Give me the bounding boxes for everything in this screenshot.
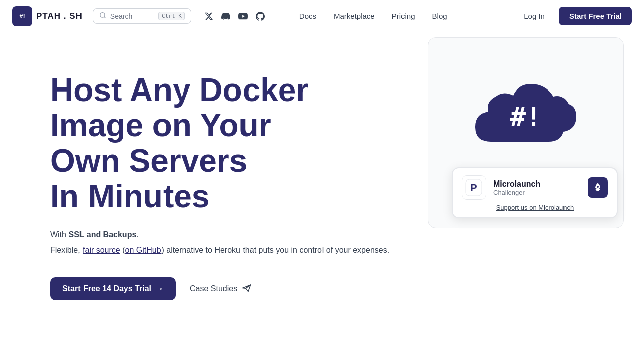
hero-right: #! PTAH . SH self-hosted made easy P Mic… [428, 37, 624, 228]
nav-link-docs[interactable]: Docs [292, 9, 324, 23]
navbar: #! PTAH . SH Search Ctrl K [0, 0, 644, 32]
logo-link[interactable]: #! PTAH . SH [12, 6, 83, 26]
microlaunch-support-link[interactable]: Support us on Microlaunch [462, 204, 608, 211]
twitter-icon[interactable] [203, 11, 214, 22]
start-free-trial-button[interactable]: Start Free 14 Days Trial → [50, 277, 176, 300]
hero-left: Host Any Docker Image on Your Own Server… [50, 62, 403, 300]
hero-buttons: Start Free 14 Days Trial → Case Studies [50, 277, 403, 300]
nav-right: Log In Start Free Trial [518, 7, 632, 25]
microlaunch-rocket-icon [588, 177, 608, 198]
nav-link-blog[interactable]: Blog [425, 9, 454, 23]
microlaunch-subtitle: Challenger [493, 189, 581, 196]
login-button[interactable]: Log In [518, 9, 551, 23]
cloud-logo: #! [470, 71, 581, 162]
hero-subtext-1: With SSL and Backups. [50, 228, 403, 241]
svg-text:#!: #! [510, 102, 542, 132]
nav-link-pricing[interactable]: Pricing [385, 9, 422, 23]
case-studies-link[interactable]: Case Studies [190, 283, 252, 295]
main-content: Host Any Docker Image on Your Own Server… [0, 32, 644, 362]
svg-point-6 [597, 186, 599, 188]
discord-icon[interactable] [220, 11, 231, 22]
microlaunch-title: Microlaunch [493, 179, 581, 189]
arrow-icon: → [155, 284, 164, 293]
svg-rect-5 [596, 188, 599, 191]
nav-link-marketplace[interactable]: Marketplace [327, 9, 382, 23]
fair-source-link[interactable]: fair source [83, 246, 120, 254]
search-shortcut: Ctrl K [158, 12, 185, 20]
search-placeholder: Search [110, 12, 154, 20]
github-link[interactable]: on GitHub [125, 246, 162, 254]
svg-text:P: P [470, 182, 477, 193]
plane-icon [242, 283, 252, 295]
microlaunch-badge[interactable]: P Microlaunch Challenger [452, 167, 618, 218]
brand-name: PTAH . SH [36, 11, 83, 21]
start-trial-button[interactable]: Start Free Trial [559, 7, 632, 25]
search-bar[interactable]: Search Ctrl K [93, 8, 191, 24]
logo-icon: #! [12, 6, 32, 26]
social-icons-group [203, 11, 266, 22]
youtube-icon[interactable] [237, 11, 249, 22]
nav-divider [282, 9, 282, 24]
microlaunch-text: Microlaunch Challenger [493, 179, 581, 196]
svg-point-0 [100, 13, 105, 17]
microlaunch-icon: P [462, 175, 486, 200]
hero-subtext-2: Flexible, fair source (on GitHub) altern… [50, 244, 403, 257]
github-icon[interactable] [255, 11, 266, 22]
search-icon [99, 12, 106, 20]
hero-heading: Host Any Docker Image on Your Own Server… [50, 72, 403, 214]
nav-links: Docs Marketplace Pricing Blog [292, 9, 512, 23]
microlaunch-inner: P Microlaunch Challenger [462, 175, 608, 200]
